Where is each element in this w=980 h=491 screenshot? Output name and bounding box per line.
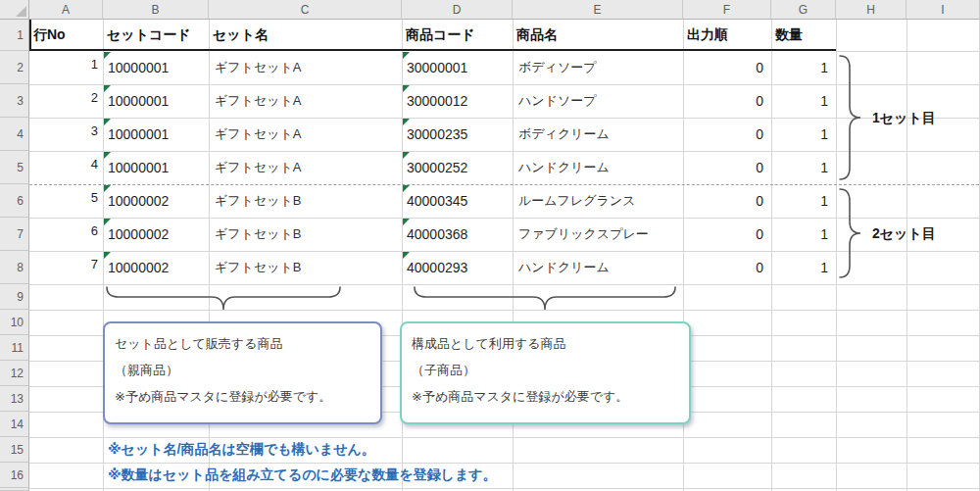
cell-D6[interactable]: 40000345 [402,184,513,218]
cell-E8[interactable]: ハンドクリーム [513,251,683,284]
footnote-quantity[interactable]: ※数量はセット品を組み立てるのに必要な数量を登録します。 [108,463,497,488]
cell-A2[interactable]: 1 [29,51,103,84]
gridline-col [836,20,837,491]
cell-G5[interactable]: 1 [771,151,836,184]
row-header-15[interactable]: 15 [0,437,29,463]
cell-E6[interactable]: ルームフレグランス [513,184,683,218]
cell-E5[interactable]: ハンドクリーム [513,151,683,184]
row-header-12[interactable]: 12 [0,361,29,386]
cell-C5[interactable]: ギフトセットA [209,151,402,184]
cell-E1[interactable]: 商品名 [513,20,683,51]
cell-C8[interactable]: ギフトセットB [209,251,402,284]
row-header-8[interactable]: 8 [0,251,29,284]
cell-G2[interactable]: 1 [771,51,836,84]
cell-E2[interactable]: ボディソープ [513,51,683,84]
row-header-10[interactable]: 10 [0,310,29,335]
set2-brace-icon[interactable] [838,188,863,278]
cell-C3[interactable]: ギフトセットA [209,84,402,118]
cell-E4[interactable]: ボディクリーム [513,118,683,151]
cell-C7[interactable]: ギフトセットB [209,218,402,251]
row-header-16[interactable]: 16 [0,463,29,488]
error-triangle-icon [403,152,410,159]
cell-A4[interactable]: 3 [29,118,103,151]
select-all-corner[interactable] [0,0,29,20]
cell-F4[interactable]: 0 [683,118,771,151]
error-triangle-icon [104,219,111,225]
cell-E7[interactable]: ファブリックスプレー [513,218,683,251]
cell-B1[interactable]: セットコード [103,20,209,51]
column-header-h[interactable]: H [836,0,906,20]
cell-E3[interactable]: ハンドソープ [513,84,683,118]
cell-F1[interactable]: 出力順 [683,20,771,51]
cell-D8[interactable]: 40000293 [402,251,513,284]
column-header-f[interactable]: F [683,0,771,20]
child-item-callout[interactable]: 構成品として利用する商品 （子商品） ※予め商品マスタに登録が必要です。 [400,321,691,424]
cell-C2[interactable]: ギフトセットA [209,51,402,84]
column-header-i[interactable]: I [906,0,980,20]
column-header-e[interactable]: E [513,0,683,20]
child-callout-line1: 構成品として利用する商品 [412,330,679,357]
cell-B4[interactable]: 10000001 [103,118,209,151]
column-header-b[interactable]: B [103,0,209,20]
column-header-c[interactable]: C [209,0,402,20]
cell-F8[interactable]: 0 [683,251,771,284]
cell-D1[interactable]: 商品コード [402,20,513,51]
cell-B6[interactable]: 10000002 [103,184,209,218]
row-header-4[interactable]: 4 [0,118,29,151]
cell-F5[interactable]: 0 [683,151,771,184]
cell-F2[interactable]: 0 [683,51,771,84]
cell-B2[interactable]: 10000001 [103,51,209,84]
parent-columns-brace-icon[interactable] [106,285,341,315]
cell-G7[interactable]: 1 [771,218,836,251]
cell-A1[interactable]: 行No [29,20,103,51]
row-header-11[interactable]: 11 [0,335,29,361]
row-header-1[interactable]: 1 [0,20,29,51]
row-header-2[interactable]: 2 [0,51,29,84]
cell-C4[interactable]: ギフトセットA [209,118,402,151]
row-header-13[interactable]: 13 [0,386,29,412]
cell-D3[interactable]: 30000012 [402,84,513,118]
cell-B5[interactable]: 10000001 [103,151,209,184]
set1-brace-icon[interactable] [838,55,863,180]
set1-brace-label: 1セット目 [872,110,936,127]
cell-F6[interactable]: 0 [683,184,771,218]
cell-B7[interactable]: 10000002 [103,218,209,251]
cell-G1[interactable]: 数量 [771,20,836,51]
cell-A5[interactable]: 4 [29,151,103,184]
cell-G6[interactable]: 1 [771,184,836,218]
cell-C1[interactable]: セット名 [209,20,402,51]
cell-B8[interactable]: 10000002 [103,251,209,284]
cell-G8[interactable]: 1 [771,251,836,284]
cell-F3[interactable]: 0 [683,84,771,118]
child-columns-brace-icon[interactable] [414,285,676,315]
cell-C6[interactable]: ギフトセットB [209,184,402,218]
cell-A3[interactable]: 2 [29,84,103,118]
row-header-6[interactable]: 6 [0,184,29,218]
cell-A8[interactable]: 7 [29,251,103,284]
row-header-9[interactable]: 9 [0,284,29,310]
cell-B3[interactable]: 10000001 [103,84,209,118]
row-header-3[interactable]: 3 [0,84,29,118]
column-header-a[interactable]: A [29,0,103,20]
row-header-14[interactable]: 14 [0,412,29,437]
error-triangle-icon [104,85,111,92]
column-header-d[interactable]: D [402,0,513,20]
parent-item-callout[interactable]: セット品として販売する商品 （親商品） ※予め商品マスタに登録が必要です。 [103,321,382,424]
error-triangle-icon [104,252,111,259]
row-header-7[interactable]: 7 [0,218,29,251]
error-triangle-icon [104,52,111,59]
footnote-set-name[interactable]: ※セット名/商品名は空欄でも構いません。 [108,437,375,463]
column-header-g[interactable]: G [771,0,836,20]
cell-F7[interactable]: 0 [683,218,771,251]
cell-A7[interactable]: 6 [29,218,103,251]
cell-D2[interactable]: 30000001 [402,51,513,84]
header-left-border [29,20,31,51]
cell-D7[interactable]: 40000368 [402,218,513,251]
cell-D5[interactable]: 30000252 [402,151,513,184]
cell-D4[interactable]: 30000235 [402,118,513,151]
error-triangle-icon [104,119,111,125]
cell-A6[interactable]: 5 [29,184,103,218]
cell-G3[interactable]: 1 [771,84,836,118]
cell-G4[interactable]: 1 [771,118,836,151]
row-header-5[interactable]: 5 [0,151,29,184]
